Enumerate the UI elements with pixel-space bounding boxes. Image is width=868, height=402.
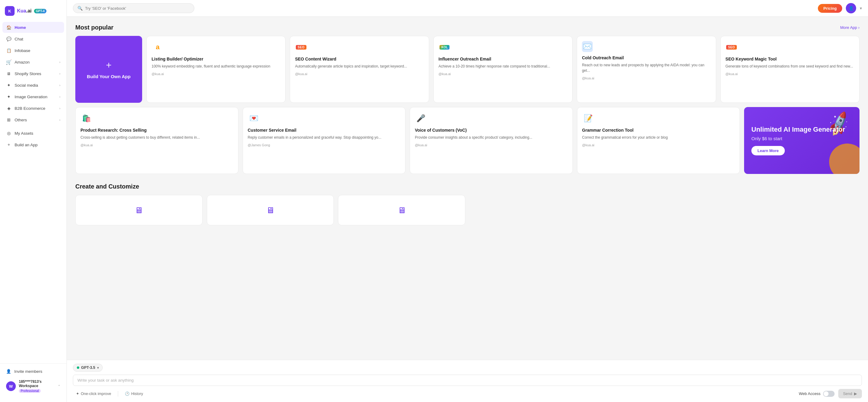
sidebar-item-infobase[interactable]: 📋 Infobase — [2, 45, 64, 56]
sidebar-item-b2b[interactable]: ◈ B2B Ecommerce › — [2, 103, 64, 114]
card-desc: 100% keyword embedding rate, fluent and … — [152, 63, 280, 69]
web-access-toggle[interactable] — [823, 391, 835, 397]
content-area: Most popular More App › + Build Your Own… — [67, 17, 868, 402]
user-menu-chevron[interactable]: ▾ — [860, 6, 862, 11]
chevron-icon: › — [59, 118, 60, 122]
card-desc: Cross-selling is about getting customers… — [81, 135, 233, 140]
gpt-chevron-icon: ▾ — [97, 366, 99, 370]
card-desc: Generate tons of keyword combinations fr… — [725, 63, 854, 69]
workspace-chevron: ⌃ — [58, 384, 60, 388]
send-button[interactable]: Send ▶ — [838, 389, 862, 398]
sidebar-item-build-app[interactable]: ＋ Build an App — [2, 139, 64, 150]
search-bar[interactable]: 🔍 — [73, 3, 194, 13]
seo-content-wizard-card[interactable]: SEO SEO Content Wizard Automatically gen… — [290, 36, 429, 103]
seo2-icon: SEO — [725, 41, 738, 53]
sidebar-item-social[interactable]: ✦ Social media › — [2, 80, 64, 91]
sidebar-item-chat[interactable]: 💬 Chat — [2, 33, 64, 45]
card-desc: Reach out to new leads and prospects by … — [582, 62, 711, 73]
user-plan: Professional — [19, 389, 41, 393]
card-desc: Reply customer emails in a personalized … — [248, 135, 401, 140]
user-avatar-top[interactable]: 👤 — [846, 3, 856, 13]
shopify-icon: 🖥 — [6, 71, 11, 76]
cold-outreach-card[interactable]: ✉️ Cold Outreach Email Reach out to new … — [577, 36, 716, 103]
invite-label: Invite members — [14, 369, 42, 374]
others-icon: ⊞ — [6, 117, 11, 122]
more-app-link[interactable]: More App › — [840, 25, 860, 30]
sidebar-item-label: Chat — [14, 37, 23, 41]
grammar-correction-card[interactable]: 📝 Grammar Correction Tool Correct the gr… — [577, 107, 740, 174]
invite-members-item[interactable]: 👤 Invite members — [2, 366, 64, 376]
service-icon: 💌 — [248, 112, 260, 124]
sidebar-item-amazon[interactable]: 🛒 Amazon › — [2, 57, 64, 67]
card-desc: Provide consumer insights about a specif… — [415, 135, 568, 140]
sidebar-item-label: My Assets — [14, 131, 33, 136]
gpt-selector[interactable]: GPT-3.5 ▾ — [73, 364, 103, 372]
card-author: @kua.ai — [582, 143, 735, 147]
logo-icon: K — [5, 6, 14, 16]
chevron-icon: › — [59, 60, 60, 64]
bottom-actions: ✦ One-click improve 🕐 History Web Access… — [73, 389, 862, 398]
influencer-outreach-card[interactable]: KOL Influencer Outreach Email Achieve a … — [433, 36, 572, 103]
social-icon: ✦ — [6, 82, 11, 88]
send-label: Send — [843, 391, 852, 396]
sidebar-item-image[interactable]: ✦ Image Generation › — [2, 91, 64, 102]
build-own-app-card[interactable]: + Build Your Own App — [75, 36, 142, 103]
section2-cards: 🖥 🖥 🖥 — [75, 195, 860, 225]
ai-image-generator-banner[interactable]: 🚀 Unlimited AI Image Generator Only $6 t… — [744, 107, 860, 174]
infobase-icon: 📋 — [6, 48, 11, 53]
learn-more-button[interactable]: Learn More — [751, 146, 785, 155]
one-click-improve-button[interactable]: ✦ One-click improve — [73, 390, 114, 398]
history-label: History — [131, 392, 143, 396]
listing-builder-card[interactable]: a Listing Builder/ Optimizer 100% keywor… — [146, 36, 285, 103]
search-input[interactable] — [85, 6, 190, 11]
email-icon: ✉️ — [582, 41, 593, 52]
search-icon: 🔍 — [78, 6, 83, 11]
seo-keyword-magic-card[interactable]: SEO SEO Keyword Magic Tool Generate tons… — [720, 36, 860, 103]
build-app-icon: ＋ — [6, 142, 11, 147]
voice-customers-card[interactable]: 🎤 Voice of Customers (VoC) Provide consu… — [410, 107, 573, 174]
chevron-icon: › — [59, 95, 60, 98]
pricing-button[interactable]: Pricing — [818, 4, 842, 13]
amazon-icon: 🛒 — [6, 59, 11, 65]
history-button[interactable]: 🕐 History — [122, 390, 146, 398]
customer-service-email-card[interactable]: 💌 Customer Service Email Reply customer … — [243, 107, 406, 174]
card-author: @kua.ai — [582, 76, 711, 80]
sidebar-item-home[interactable]: 🏠 Home — [2, 22, 64, 33]
sidebar: K Kua.ai GPT-4 🏠 Home 💬 Chat 📋 Infobase … — [0, 0, 67, 402]
create-card-3[interactable]: 🖥 — [338, 195, 465, 225]
assets-icon: ◎ — [6, 131, 11, 136]
card-name: Cold Outreach Email — [582, 55, 711, 60]
chat-icon: 💬 — [6, 36, 11, 42]
card-name: Customer Service Email — [248, 127, 401, 133]
sidebar-item-label: Others — [14, 118, 27, 122]
sidebar-bottom: 👤 Invite members W 185****7813's Workspa… — [0, 363, 66, 398]
logo-text: Kua.ai — [17, 8, 32, 14]
listing-icon: a — [152, 41, 164, 53]
product-research-card[interactable]: 🛍️ Product Research: Cross Selling Cross… — [75, 107, 239, 174]
image-icon: ✦ — [6, 94, 11, 99]
card-desc: Automatically generate article topics an… — [295, 63, 424, 69]
desktop-icon: 🖥 — [134, 205, 143, 215]
task-input[interactable] — [73, 375, 862, 386]
grammar-icon: 📝 — [582, 112, 594, 124]
cards-row-1: + Build Your Own App a Listing Builder/ … — [75, 36, 860, 103]
bottom-bar: GPT-3.5 ▾ ✦ One-click improve 🕐 History … — [67, 360, 868, 402]
chevron-icon: › — [59, 83, 60, 87]
shop-icon: 🛍️ — [81, 112, 93, 124]
banner-title: Unlimited AI Image Generator — [751, 125, 845, 134]
create-card-2[interactable]: 🖥 — [207, 195, 334, 225]
sidebar-item-assets[interactable]: ◎ My Assets — [2, 128, 64, 139]
card-author: @kua.ai — [152, 72, 280, 76]
home-icon: 🏠 — [6, 25, 11, 30]
card-name: SEO Content Wizard — [295, 56, 424, 62]
create-card-1[interactable]: 🖥 — [75, 195, 203, 225]
card-desc: Correct the grammatical errors for your … — [582, 135, 735, 140]
user-workspace[interactable]: W 185****7813's Workspace Professional ⌃ — [2, 376, 64, 396]
topbar: 🔍 Pricing 👤 ▾ — [67, 0, 868, 17]
card-name: Grammar Correction Tool — [582, 127, 735, 133]
card-desc: Achieve a 10-20 times higher response ra… — [439, 63, 567, 69]
sidebar-item-label: Build an App — [14, 143, 38, 147]
sidebar-item-others[interactable]: ⊞ Others › — [2, 114, 64, 125]
gpt-selector-label: GPT-3.5 — [81, 366, 95, 370]
sidebar-item-shopify[interactable]: 🖥 Shopify Stores › — [2, 68, 64, 79]
